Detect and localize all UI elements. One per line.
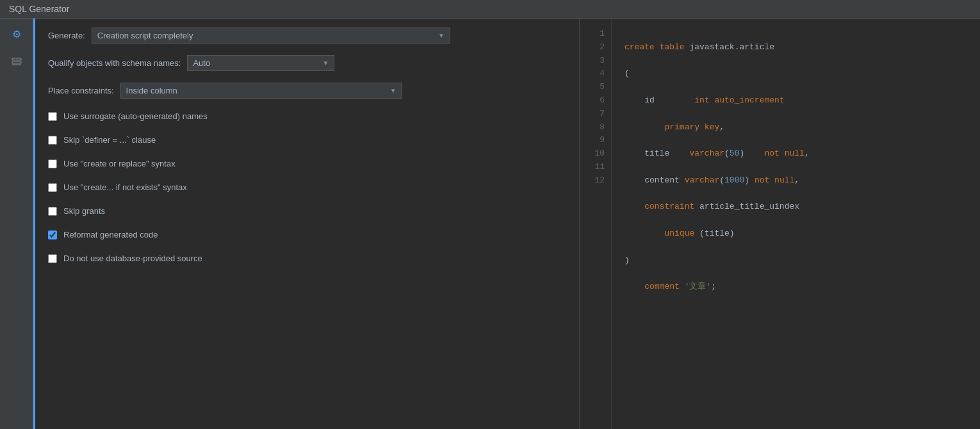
checkbox-surrogate-label: Use surrogate (auto-generated) names (63, 111, 208, 121)
database-icon[interactable] (8, 53, 26, 71)
qualify-dropdown-arrow: ▼ (322, 60, 329, 67)
qualify-row: Qualify objects with schema names: Auto … (48, 55, 566, 71)
checkbox-reformat-label: Reformat generated code (63, 230, 158, 239)
code-line-10: comment '文章'; (625, 280, 810, 294)
generate-dropdown-arrow: ▼ (438, 32, 445, 39)
checkbox-surrogate[interactable] (48, 112, 57, 121)
options-panel: Generate: Creation script completely ▼ Q… (35, 19, 580, 429)
checkbox-row-7: Do not use database-provided source (48, 252, 566, 264)
code-line-12 (625, 334, 810, 347)
code-line-4: primary key, (625, 121, 810, 134)
checkbox-skip-grants-label: Skip grants (63, 206, 105, 216)
qualify-dropdown-value: Auto (193, 58, 210, 68)
code-line-9: ) (625, 254, 810, 268)
checkbox-create-if-not-exists[interactable] (48, 183, 57, 192)
checkbox-reformat[interactable] (48, 231, 57, 239)
code-line-3: id int auto_increment (625, 94, 810, 108)
code-line-1: create table javastack.article (625, 41, 810, 54)
code-line-5: title varchar(50) not null, (625, 147, 810, 161)
code-line-6: content varchar(1000) not null, (625, 174, 810, 188)
code-line-2: ( (625, 67, 810, 81)
checkbox-skip-grants[interactable] (48, 207, 57, 216)
checkbox-create-if-not-exists-label: Use "create... if not exists" syntax (63, 182, 187, 192)
checkbox-row-4: Use "create... if not exists" syntax (48, 181, 566, 193)
icon-sidebar: ⚙ (0, 19, 33, 429)
code-line-7: constraint article_title_uindex (625, 200, 810, 214)
checkbox-row-3: Use "create or replace" syntax (48, 158, 566, 170)
main-container: ⚙ Generate: Creation script completely ▼… (0, 19, 980, 429)
code-content: create table javastack.article ( id int … (612, 19, 822, 429)
gear-icon[interactable]: ⚙ (8, 25, 26, 43)
svg-rect-1 (12, 61, 21, 63)
constraints-row: Place constraints: Inside column ▼ (48, 83, 566, 99)
checkbox-row-1: Use surrogate (auto-generated) names (48, 110, 566, 122)
checkbox-row-6: Reformat generated code (48, 229, 566, 241)
checkbox-definer[interactable] (48, 136, 57, 145)
code-line-8: unique (title) (625, 227, 810, 241)
code-line-11 (625, 307, 810, 321)
code-panel: 1 2 3 4 5 6 7 8 9 10 11 12 create table … (580, 19, 980, 429)
svg-rect-0 (12, 58, 21, 60)
qualify-dropdown[interactable]: Auto ▼ (187, 55, 334, 71)
constraints-label: Place constraints: (48, 86, 114, 95)
generate-dropdown[interactable]: Creation script completely ▼ (92, 28, 450, 44)
generate-label: Generate: (48, 31, 85, 40)
checkbox-row-5: Skip grants (48, 205, 566, 217)
checkbox-definer-label: Skip `definer = ...` clause (63, 135, 156, 145)
title-bar: SQL Generator (0, 0, 980, 19)
generate-row: Generate: Creation script completely ▼ (48, 28, 566, 44)
generate-dropdown-value: Creation script completely (97, 31, 193, 40)
constraints-dropdown[interactable]: Inside column ▼ (120, 83, 402, 99)
qualify-label: Qualify objects with schema names: (48, 58, 181, 68)
constraints-dropdown-value: Inside column (126, 86, 177, 95)
constraints-dropdown-arrow: ▼ (390, 87, 396, 94)
checkbox-no-db-source-label: Do not use database-provided source (63, 254, 202, 263)
checkbox-no-db-source[interactable] (48, 254, 57, 263)
app-title: SQL Generator (9, 4, 69, 14)
line-numbers: 1 2 3 4 5 6 7 8 9 10 11 12 (580, 19, 612, 429)
checkbox-create-replace-label: Use "create or replace" syntax (63, 159, 176, 168)
checkbox-row-2: Skip `definer = ...` clause (48, 134, 566, 146)
checkbox-create-replace[interactable] (48, 159, 57, 168)
